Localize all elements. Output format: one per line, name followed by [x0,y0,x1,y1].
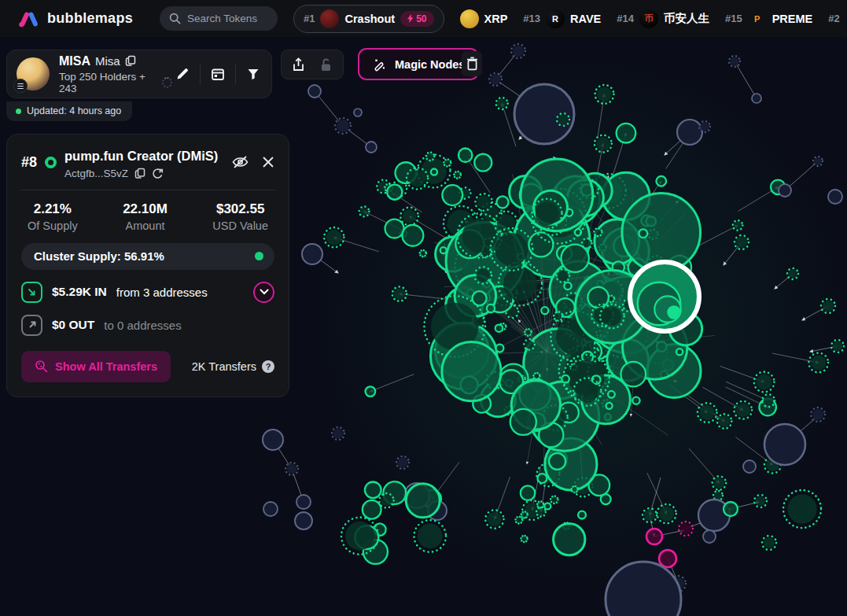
holder-stats: 2.21% Of Supply 22.10M Amount $302.55 US… [21,200,274,232]
share-button[interactable] [289,54,309,75]
open-external-icon[interactable] [152,168,164,179]
bubble-node[interactable] [363,500,381,519]
hide-eye-off-icon[interactable] [231,154,249,170]
ticker-token-name: PREME [772,13,813,25]
bubble-node[interactable] [677,120,702,145]
stat-amount: 22.10M Amount [123,201,168,232]
bubble-node[interactable] [442,185,462,205]
bubble-node[interactable] [402,225,423,246]
edit-button[interactable] [172,64,193,84]
show-all-transfers-button[interactable]: Show All Transfers [21,351,171,382]
bubble-node[interactable] [724,502,738,516]
expand-inflow-button[interactable] [253,282,274,303]
ticker-token-name: Crashout [344,13,395,25]
bubble-node[interactable] [578,511,586,519]
bubble-node[interactable] [365,481,381,498]
ticker-rank: #2 [828,13,839,24]
bubble-node[interactable] [554,524,585,555]
bubble-node[interactable] [564,282,571,290]
lock-button[interactable] [315,54,336,75]
bubble-node[interactable] [440,247,447,253]
loading-spinner-icon [162,77,172,88]
bubble-node[interactable] [487,304,495,312]
ticker-item-RAVE[interactable]: #13RRAVE [523,9,601,28]
bubble-node[interactable] [828,190,842,204]
bubble-node[interactable] [302,244,322,264]
bubble-node[interactable] [354,109,362,116]
bubble-node[interactable] [442,342,501,401]
stat-of-supply: 2.21% Of Supply [28,201,78,232]
cluster-supply-pill[interactable]: Cluster Supply: 56.91% [21,243,274,270]
bubble-node[interactable] [366,386,376,397]
ticker-item-EUPHO[interactable]: #2✦EUPHO [828,9,847,28]
bubble-node[interactable] [496,345,504,352]
bubble-node[interactable] [632,397,639,404]
help-icon[interactable]: ? [262,360,274,373]
bubble-node[interactable] [752,94,761,103]
magic-nodes-label: Magic Nodes [395,58,465,71]
bubble-node[interactable] [561,245,588,272]
bubble-node[interactable] [764,424,805,465]
bubble-node[interactable] [406,484,440,518]
bubble-node[interactable] [779,184,791,197]
filter-button[interactable] [243,64,263,84]
copy-address-icon[interactable] [134,168,145,179]
bubble-node[interactable] [656,176,666,186]
bubble-node[interactable] [562,375,569,383]
bubble-node[interactable] [521,485,535,500]
bubble-node[interactable] [296,495,311,509]
bubble-node[interactable] [473,291,487,305]
bubble-node[interactable] [308,85,321,98]
bubble-node[interactable] [263,502,278,516]
bubble-node[interactable] [617,124,636,143]
holder-title: pump.fun Creator (DMiS) [64,148,218,164]
delete-button[interactable] [462,51,482,76]
bubble-node[interactable] [659,550,676,567]
search-input[interactable]: Search Tokens [160,6,278,31]
bubble-node[interactable] [544,503,551,509]
calendar-button[interactable] [208,64,228,84]
ticker-token-avatar [320,9,339,28]
bubble-node[interactable] [510,409,536,435]
bubble-node[interactable] [587,287,608,308]
bubble-node[interactable] [743,460,756,473]
bubble-node[interactable] [385,219,404,238]
bubble-node[interactable] [431,169,437,175]
ticker-item-XRP[interactable]: XRP [460,9,508,28]
bubble-node[interactable] [538,474,547,483]
bubble-node[interactable] [541,307,548,314]
bubble-node[interactable] [263,430,283,450]
token-card[interactable]: ☰ MISA Misa Top 250 Holders + 243 [6,50,272,98]
close-icon[interactable] [262,156,274,168]
bubble-node[interactable] [639,229,647,238]
bubble-node[interactable] [458,148,473,162]
bubble-node[interactable] [387,185,402,200]
ticker-item-PREME[interactable]: #15PPREME [725,9,812,28]
bubble-node[interactable] [621,362,646,387]
bubble-node[interactable] [495,325,503,332]
copy-icon[interactable] [125,55,136,67]
bubble-node[interactable] [549,453,565,470]
stat-usd-value: $302.55 USD Value [212,201,268,232]
magic-wand-icon [372,57,388,72]
bubble-node[interactable] [601,494,611,504]
bubble-node[interactable] [366,142,377,153]
ticker-token-avatar: P [748,9,767,28]
trash-icon [466,57,478,71]
bubble-node[interactable] [606,403,613,409]
bubble-node[interactable] [474,154,492,172]
transfers-search-icon [35,360,48,373]
ticker-item-Crashout[interactable]: #1Crashout50 [293,5,444,33]
selected-bubble[interactable] [630,262,699,331]
token-name: MISA [59,54,90,68]
bubble-node[interactable] [295,512,312,529]
brand[interactable]: bubblemaps [19,10,133,28]
bubble-node[interactable] [676,349,683,355]
ticker-item-币安人生[interactable]: #14币币安人生 [617,9,709,28]
bubble-node[interactable] [646,529,662,544]
holder-rank: #8 [21,154,37,171]
bubble-node[interactable] [703,530,716,543]
inflow-row: $5.29K IN from 3 addresses [21,282,274,303]
bubble-node[interactable] [608,391,615,398]
bubble-node[interactable] [496,196,508,208]
